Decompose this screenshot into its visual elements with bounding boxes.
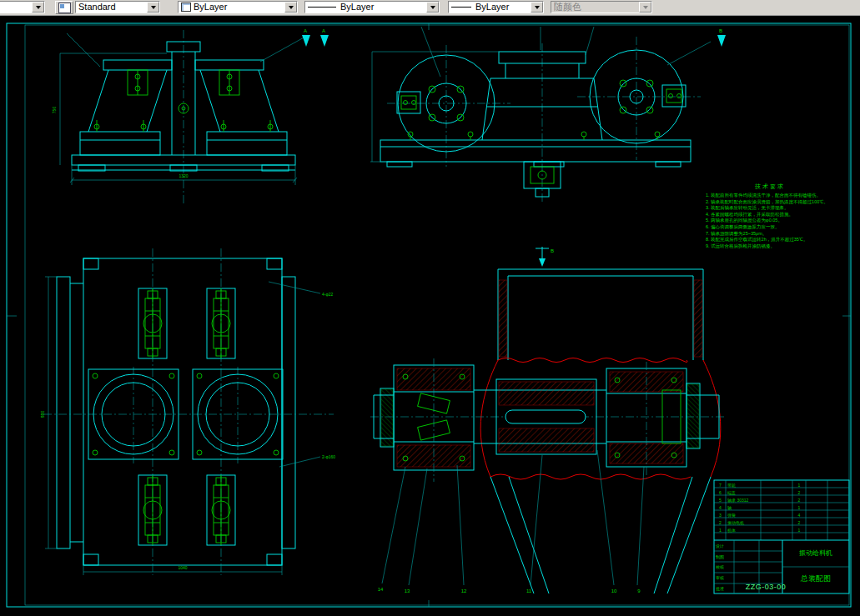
- signature-label: 批准: [716, 583, 734, 594]
- spring-assembly: [138, 288, 167, 358]
- parts-list-row: 6 端盖 2: [715, 488, 848, 496]
- note-line: 7. 轴承游隙调整为25~35μm。: [706, 231, 834, 237]
- balloon-label: 14: [378, 587, 384, 592]
- signature-label: 审核: [716, 573, 734, 583]
- isolator-left: [128, 70, 148, 95]
- linetype-preview-icon: [308, 7, 336, 8]
- notes-title: 技术要求: [706, 183, 834, 191]
- style-icon: [58, 3, 71, 13]
- section-flag-icon: [302, 35, 310, 47]
- dim-plan-height: 980: [40, 411, 45, 418]
- note-line: 8. 装配完成后作空载试运转2h，温升不超过35℃。: [706, 237, 834, 243]
- note-line: 9. 试运转合格后拆检并涂防锈漆。: [706, 243, 834, 249]
- dropdown-arrow-icon[interactable]: [426, 2, 439, 13]
- dim-front-width: 1320: [179, 173, 188, 178]
- callout-2: 2-φ160: [322, 454, 335, 459]
- signature-label: 校核: [716, 562, 734, 573]
- note-line: 2. 轴承装配时配合面应涂润滑脂，加热温度不得超过100℃。: [706, 199, 834, 205]
- note-line: 1. 装配前所有零件均须清洗干净，配合面不得有磕碰伤。: [706, 193, 834, 198]
- note-line: 3. 装配后轴承应转动灵活，无卡滞现象。: [706, 205, 834, 211]
- dropdown-arrow-icon[interactable]: [32, 2, 44, 13]
- bearing-left: [380, 358, 474, 482]
- color-value: ByLayer: [194, 2, 284, 13]
- view-shaft-section: B: [370, 247, 726, 593]
- plotstyle-combo: 随颜色: [551, 1, 652, 13]
- balloon-label: 11: [526, 588, 532, 593]
- technical-notes: 技术要求 1. 装配前所有零件均须清洗干净，配合面不得有磕碰伤。2. 轴承装配时…: [706, 183, 834, 249]
- dim-plan-width: 1040: [178, 565, 187, 570]
- plotstyle-value: 随颜色: [554, 2, 639, 13]
- text-style-button[interactable]: [55, 1, 73, 14]
- section-flag-icon: [320, 35, 329, 47]
- dropdown-arrow-icon[interactable]: [531, 2, 543, 13]
- spring-assembly: [207, 288, 235, 358]
- section-label-a2: A: [322, 28, 325, 33]
- section-arrow-label: B: [551, 248, 554, 253]
- signature-label: 设计: [716, 541, 734, 552]
- drawing-title-line2: 总装配图: [782, 573, 849, 584]
- bylayer-color-swatch-icon: [181, 3, 191, 12]
- balloon-label: 10: [611, 588, 617, 593]
- note-line: 6. 偏心块调整后两侧激振力应一致。: [706, 224, 834, 230]
- bearing-right: [606, 362, 700, 478]
- section-label-b: B: [719, 28, 722, 33]
- parts-list-row: 4 轴 1: [715, 503, 848, 511]
- drawing-title-line1: 振动给料机: [782, 548, 849, 558]
- parts-list-row: 5 轴承 30312 2: [715, 496, 848, 503]
- layer-combo[interactable]: [0, 1, 45, 13]
- view-plan: 980 1040 4-φ22 2-φ160: [40, 248, 335, 575]
- note-line: 4. 各紧固螺栓均须拧紧，并采取防松措施。: [706, 212, 834, 218]
- notes-lines: 1. 装配前所有零件均须清洗干净，配合面不得有磕碰伤。2. 轴承装配时配合面应涂…: [706, 193, 834, 248]
- callout-1: 4-φ22: [322, 292, 333, 297]
- lineweight-preview-icon: [451, 7, 471, 8]
- spring-assembly: [207, 475, 235, 545]
- parts-list-row: 7 带轮 1: [715, 481, 848, 488]
- dropdown-arrow-icon: [639, 2, 651, 13]
- lineweight-combo[interactable]: ByLayer: [448, 1, 544, 13]
- signature-label: 制图: [716, 552, 734, 563]
- parts-list-row: 3 弹簧 4: [715, 511, 848, 518]
- text-style-combo[interactable]: Standard: [75, 1, 160, 13]
- section-label-a1: A: [304, 28, 307, 33]
- properties-toolbar: Standard ByLayer ByLayer ByLayer 随颜色: [0, 0, 860, 16]
- color-combo[interactable]: ByLayer: [178, 1, 298, 13]
- balloon-label: 13: [405, 588, 410, 593]
- cad-window: Standard ByLayer ByLayer ByLayer 随颜色: [0, 0, 860, 616]
- section-flag-icon: [717, 35, 726, 47]
- parts-list-row: 2 振动电机 2: [715, 518, 848, 526]
- note-line: 5. 两轴承座孔的同轴度公差为φ0.05。: [706, 218, 834, 223]
- parts-list-row: 1 机体 1: [715, 526, 848, 533]
- balloon-label: 9: [637, 588, 641, 593]
- isolator-right: [219, 70, 239, 95]
- title-block-signature-labels: 设计制图校核审核批准: [716, 541, 734, 593]
- dim-front-height: 750: [52, 107, 57, 114]
- dropdown-arrow-icon[interactable]: [147, 2, 159, 13]
- linetype-combo[interactable]: ByLayer: [304, 1, 440, 13]
- text-style-value: Standard: [78, 2, 147, 13]
- view-front-elevation: 1320 750 A A: [52, 28, 329, 203]
- dropdown-arrow-icon[interactable]: [284, 2, 297, 13]
- spring-assembly: [138, 475, 167, 545]
- parts-list: 7 带轮 1 6 端盖 2 5 轴承 30312 2 4 轴 1 3 弹簧 4 …: [715, 481, 848, 533]
- balloon-label: 12: [461, 588, 467, 593]
- view-side-elevation: B: [370, 27, 726, 203]
- linetype-value: ByLayer: [340, 2, 426, 13]
- lineweight-value: ByLayer: [475, 2, 531, 13]
